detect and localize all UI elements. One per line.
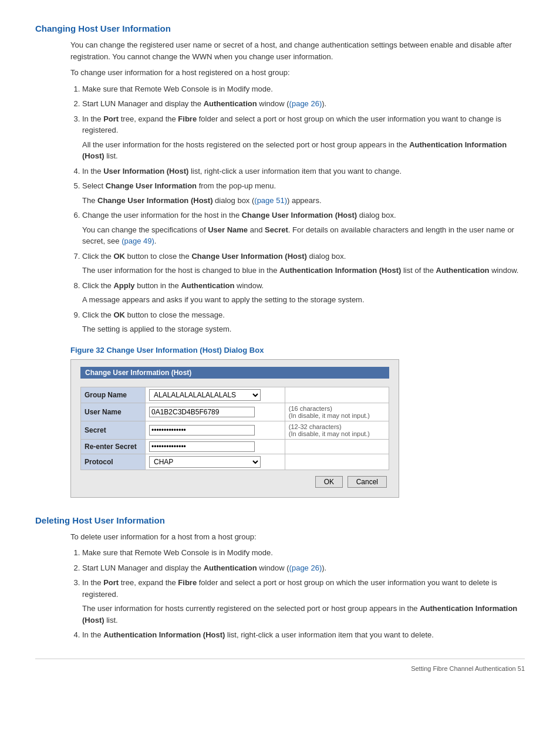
step-8-text: Click the Apply button in the Authentica… bbox=[82, 281, 264, 290]
del-step-4-text: In the Authentication Information (Host)… bbox=[82, 630, 434, 639]
hint-secret: (12-32 characters)(In disable, it may no… bbox=[285, 421, 389, 439]
figure-title: Figure 32 Change User Information (Host)… bbox=[70, 346, 525, 355]
del-step-1: Make sure that Remote Web Console is in … bbox=[82, 547, 525, 559]
section2-title: Deleting Host User Information bbox=[35, 515, 525, 525]
input-cell-secret[interactable] bbox=[146, 421, 285, 439]
dialog-row-groupname: Group Name ALALALALALALALALALS bbox=[81, 387, 389, 403]
step-9: Click the OK button to close the message… bbox=[82, 309, 525, 335]
footer: Setting Fibre Channel Authentication 51 bbox=[35, 659, 525, 672]
step-9-text: Click the OK button to close the message… bbox=[82, 310, 225, 319]
step-7-text: Click the OK button to close the Change … bbox=[82, 252, 346, 261]
step-6: Change the user information for the host… bbox=[82, 210, 525, 247]
dialog-row-reenter-secret: Re-enter Secret bbox=[81, 439, 389, 454]
reenter-secret-input[interactable] bbox=[149, 441, 255, 452]
dialog-row-protocol: Protocol CHAP bbox=[81, 454, 389, 470]
step-6-subnote: You can change the specifications of Use… bbox=[82, 224, 525, 247]
hint-username: (16 characters)(In disable, it may not i… bbox=[285, 403, 389, 421]
label-secret: Secret bbox=[81, 421, 146, 439]
step-3-subnote: All the user information for the hosts r… bbox=[82, 139, 525, 162]
hint-reenter-secret bbox=[285, 439, 389, 454]
dialog-row-secret: Secret (12-32 characters)(In disable, it… bbox=[81, 421, 389, 439]
step-5-link[interactable]: (page 51) bbox=[254, 196, 287, 205]
cancel-button[interactable]: Cancel bbox=[348, 476, 387, 488]
input-cell-reenter-secret[interactable] bbox=[146, 439, 285, 454]
step-4-text: In the User Information (Host) list, rig… bbox=[82, 167, 402, 175]
step-5-subnote: The Change User Information (Host) dialo… bbox=[82, 195, 525, 207]
section-changing-host-user: Changing Host User Information You can c… bbox=[35, 23, 525, 498]
step-3-text: In the Port tree, expand the Fibre folde… bbox=[82, 114, 501, 135]
step-2-link[interactable]: (page 26) bbox=[289, 99, 322, 108]
del-step-4: In the Authentication Information (Host)… bbox=[82, 629, 525, 641]
step-5: Select Change User Information from the … bbox=[82, 180, 525, 206]
del-step-2-text: Start LUN Manager and display the Authen… bbox=[82, 563, 326, 572]
label-groupname: Group Name bbox=[81, 387, 146, 403]
step-3: In the Port tree, expand the Fibre folde… bbox=[82, 113, 525, 162]
step-1-text: Make sure that Remote Web Console is in … bbox=[82, 85, 273, 93]
step-6-text: Change the user information for the host… bbox=[82, 211, 396, 220]
hint-groupname bbox=[285, 387, 389, 403]
step-4: In the User Information (Host) list, rig… bbox=[82, 166, 525, 177]
section2-intro: To delete user information for a host fr… bbox=[70, 531, 525, 543]
del-step-1-text: Make sure that Remote Web Console is in … bbox=[82, 548, 273, 557]
groupname-select[interactable]: ALALALALALALALALALS bbox=[149, 389, 261, 401]
del-step-2: Start LUN Manager and display the Authen… bbox=[82, 562, 525, 574]
username-input[interactable] bbox=[149, 407, 255, 417]
dialog-table: Group Name ALALALALALALALALALS User Name… bbox=[80, 387, 389, 470]
step-5-text: Select Change User Information from the … bbox=[82, 181, 276, 190]
secret-input[interactable] bbox=[149, 425, 255, 436]
step-2: Start LUN Manager and display the Authen… bbox=[82, 98, 525, 110]
input-cell-protocol[interactable]: CHAP bbox=[146, 454, 285, 470]
step-9-subnote: The setting is applied to the storage sy… bbox=[82, 323, 525, 335]
section1-intro2: To change user information for a host re… bbox=[70, 67, 525, 79]
step-7: Click the OK button to close the Change … bbox=[82, 251, 525, 276]
step-2-text: Start LUN Manager and display the Authen… bbox=[82, 99, 326, 108]
label-reenter-secret: Re-enter Secret bbox=[81, 439, 146, 454]
label-username: User Name bbox=[81, 403, 146, 421]
ok-button[interactable]: OK bbox=[315, 476, 343, 488]
del-step-2-link[interactable]: (page 26) bbox=[289, 563, 322, 572]
input-cell-groupname[interactable]: ALALALALALALALALALS bbox=[146, 387, 285, 403]
section2-steps: Make sure that Remote Web Console is in … bbox=[70, 547, 525, 641]
del-step-3-subnote: The user information for hosts currently… bbox=[82, 603, 525, 626]
section1-steps: Make sure that Remote Web Console is in … bbox=[70, 83, 525, 335]
section1-title: Changing Host User Information bbox=[35, 23, 525, 33]
del-step-3: In the Port tree, expand the Fibre folde… bbox=[82, 577, 525, 626]
section-deleting-host-user: Deleting Host User Information To delete… bbox=[35, 515, 525, 641]
dialog-buttons: OK Cancel bbox=[80, 476, 389, 488]
dialog-titlebar: Change User Information (Host) bbox=[80, 367, 389, 379]
del-step-3-text: In the Port tree, expand the Fibre folde… bbox=[82, 578, 497, 599]
input-cell-username[interactable] bbox=[146, 403, 285, 421]
protocol-select[interactable]: CHAP bbox=[149, 456, 261, 468]
step-6-link[interactable]: (page 49) bbox=[122, 237, 154, 245]
step-8-subnote: A message appears and asks if you want t… bbox=[82, 294, 525, 306]
section1-intro1: You can change the registered user name … bbox=[70, 39, 525, 62]
step-8: Click the Apply button in the Authentica… bbox=[82, 280, 525, 306]
hint-protocol bbox=[285, 454, 389, 470]
step-7-subnote: The user information for the host is cha… bbox=[82, 265, 525, 276]
label-protocol: Protocol bbox=[81, 454, 146, 470]
step-1: Make sure that Remote Web Console is in … bbox=[82, 83, 525, 95]
dialog-row-username: User Name (16 characters)(In disable, it… bbox=[81, 403, 389, 421]
dialog-box: Change User Information (Host) Group Nam… bbox=[70, 359, 399, 498]
